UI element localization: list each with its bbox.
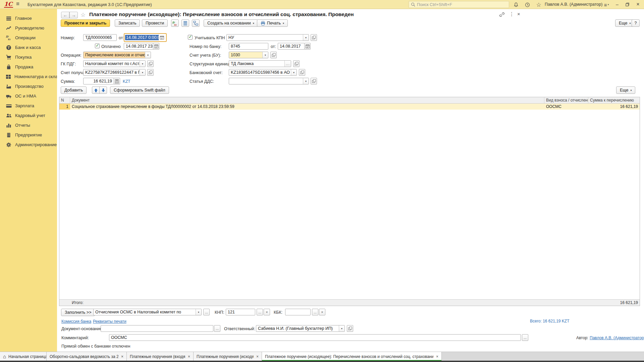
tab-close-icon[interactable]: × bbox=[256, 354, 259, 359]
tab-close-icon[interactable]: × bbox=[436, 354, 438, 359]
fill-button[interactable]: Заполнить >> bbox=[61, 309, 95, 316]
bank-account-field[interactable]: KZ18385147SD15987456 в АО ▾ bbox=[229, 69, 297, 76]
more-dots-icon[interactable]: ⋮ bbox=[509, 11, 514, 17]
paid-checkbox[interactable] bbox=[95, 44, 100, 48]
gk-pdg-field[interactable]: Налоговый комитет по г.Астана ▾ bbox=[83, 60, 146, 67]
nav-forward-button[interactable]: → bbox=[69, 12, 78, 18]
knp-ellipsis-button[interactable]: ... bbox=[257, 309, 263, 315]
sidebar-item-reports[interactable]: Отчеты bbox=[0, 120, 57, 130]
comment-field[interactable]: ООСМС bbox=[109, 334, 521, 341]
row-sum-cell[interactable]: 16 621,19 bbox=[588, 104, 640, 110]
kpn-field[interactable]: НУ ▾ bbox=[226, 34, 309, 41]
get-link-icon[interactable] bbox=[499, 12, 505, 17]
kpn-open-button[interactable] bbox=[311, 34, 317, 41]
structural-field[interactable]: ТД Лакомка ... bbox=[229, 60, 291, 67]
responsible-field[interactable]: Сабиева Н.И. (Главный бухгалтер ИП) ▾ bbox=[256, 325, 345, 332]
bank-number-field[interactable]: 8745 bbox=[229, 43, 268, 50]
kbk-field[interactable] bbox=[285, 309, 311, 315]
dropdown-icon[interactable]: ▾ bbox=[145, 52, 151, 58]
show-postings-dtkt-button[interactable]: ДтКт bbox=[171, 19, 179, 27]
tab-payment-order-document[interactable]: Платежное поручение (исходящее): Перечис… bbox=[262, 352, 442, 361]
knp-field[interactable]: 121 bbox=[226, 309, 255, 315]
main-menu-icon[interactable]: ≡ bbox=[16, 1, 19, 7]
close-document-icon[interactable]: × bbox=[517, 11, 520, 17]
sidebar-item-manager[interactable]: Руководителю bbox=[0, 23, 57, 33]
base-doc-field[interactable] bbox=[101, 325, 213, 332]
base-doc-ellipsis-button[interactable]: ... bbox=[214, 325, 220, 332]
account-open-button[interactable] bbox=[270, 52, 277, 58]
fill-ellipsis-button[interactable]: ... bbox=[203, 309, 210, 315]
number-field[interactable]: ТДЛ00000065 bbox=[83, 34, 117, 41]
sidebar-item-purchase[interactable]: Покупка bbox=[0, 52, 57, 62]
tab-payment-orders-incoming[interactable]: Платежные поручения (входящие) × bbox=[127, 352, 194, 361]
print-details-link[interactable]: Реквизиты печати bbox=[93, 319, 126, 324]
minimize-button[interactable]: – bbox=[613, 1, 621, 8]
sidebar-item-nomenclature[interactable]: Номенклатура и склад bbox=[0, 72, 57, 81]
dropdown-icon[interactable]: ▾ bbox=[303, 35, 309, 41]
date-value-selected[interactable]: 14.08.2017 0:00:00 bbox=[125, 35, 159, 40]
register-records-button[interactable] bbox=[181, 19, 189, 27]
col-transfer-sum[interactable]: Сумма к перечислению bbox=[588, 97, 640, 103]
history-clock-icon[interactable] bbox=[524, 1, 531, 8]
col-document[interactable]: Документ bbox=[70, 97, 544, 103]
post-button[interactable]: Провести bbox=[142, 19, 168, 27]
fill-template-field[interactable]: Отчисления ОСМС в Налоговый комитет по ▾ bbox=[93, 309, 202, 315]
tab-payment-orders-outgoing[interactable]: Платежные поручения (исходящие) × bbox=[194, 352, 262, 361]
row-type-cell[interactable]: ООСМС bbox=[544, 104, 588, 110]
dropdown-icon[interactable]: ▾ bbox=[303, 78, 309, 84]
move-down-button[interactable] bbox=[99, 86, 107, 94]
swift-file-button[interactable]: Сформировать Swift файл bbox=[110, 86, 169, 94]
amount-field[interactable]: 16 621,19 bbox=[83, 78, 114, 84]
sidebar-item-salary[interactable]: Зарплата bbox=[0, 101, 57, 111]
dds-open-button[interactable] bbox=[311, 78, 317, 84]
search-input[interactable] bbox=[417, 2, 507, 7]
calendar-icon[interactable] bbox=[153, 43, 159, 50]
account-field[interactable]: 1030 ▾ bbox=[229, 52, 268, 58]
add-row-button[interactable]: Добавить bbox=[61, 86, 87, 94]
ellipsis-icon[interactable]: ... bbox=[284, 61, 291, 67]
post-and-close-button[interactable]: Провести и закрыть bbox=[61, 19, 110, 27]
date-field-focused[interactable]: 14.08.2017 0:00:00 bbox=[124, 33, 167, 42]
sidebar-item-production[interactable]: Производство bbox=[0, 81, 57, 91]
structural-open-button[interactable] bbox=[293, 60, 300, 67]
create-on-base-button[interactable]: Создать на основании▾ bbox=[204, 19, 258, 27]
maximize-button[interactable] bbox=[623, 1, 631, 8]
1c-logo[interactable]: 1С bbox=[4, 1, 13, 8]
table-row[interactable]: 1 Социальное страхование перечисление в … bbox=[59, 104, 640, 110]
related-documents-button[interactable] bbox=[192, 19, 200, 27]
author-link[interactable]: Павлов А.В. (Администратор) bbox=[590, 336, 644, 340]
row-document-cell[interactable]: Социальное страхование перечисление в фо… bbox=[70, 104, 544, 110]
dropdown-icon[interactable]: ▾ bbox=[196, 309, 201, 315]
favorite-star-icon[interactable]: ☆ bbox=[80, 11, 86, 18]
bank-commission-link[interactable]: Комиссия банка bbox=[61, 319, 91, 324]
print-button[interactable]: Печать▾ bbox=[257, 19, 288, 27]
sidebar-item-operations[interactable]: ДтКт Операции bbox=[0, 33, 57, 43]
nav-back-button[interactable]: ← bbox=[61, 12, 69, 18]
kbk-clear-icon[interactable]: × bbox=[319, 309, 325, 315]
favorites-star-icon[interactable]: ☆ bbox=[535, 1, 542, 8]
kbk-ellipsis-button[interactable]: ... bbox=[312, 309, 318, 315]
current-user[interactable]: Павлов А.В. (Администратор) bbox=[545, 2, 602, 7]
sidebar-item-hr[interactable]: Кадровый учет bbox=[0, 111, 57, 120]
global-search[interactable] bbox=[409, 1, 509, 8]
dropdown-icon[interactable]: ▾ bbox=[262, 52, 268, 58]
recipient-field[interactable]: KZ27587KZT2669122447 в ГУ Наци ▾ bbox=[83, 69, 146, 76]
help-button[interactable]: ? bbox=[632, 19, 640, 27]
dropdown-icon[interactable]: ▾ bbox=[140, 61, 145, 67]
bank-date-field[interactable]: 14.08.2017 bbox=[278, 43, 305, 50]
dropdown-icon[interactable]: ▾ bbox=[339, 325, 344, 331]
tab-home[interactable]: ⌂ Начальная страница bbox=[0, 352, 47, 361]
consider-kpn-checkbox[interactable] bbox=[188, 35, 193, 40]
gk-pdg-open-button[interactable] bbox=[147, 60, 154, 67]
currency-link[interactable]: KZT bbox=[123, 79, 130, 84]
calculator-icon[interactable] bbox=[114, 78, 120, 84]
knp-clear-icon[interactable]: × bbox=[264, 309, 270, 315]
tab-turnover-balance-sheet[interactable]: Оборотно-сальдовая ведомость за 2017 г. … bbox=[47, 352, 127, 361]
calendar-icon[interactable] bbox=[304, 43, 311, 50]
paid-date-field[interactable]: 14.08.2017 23:59:59 bbox=[124, 43, 153, 50]
calendar-icon[interactable] bbox=[159, 35, 165, 41]
sidebar-item-fixed-assets[interactable]: ОС и НМА bbox=[0, 91, 57, 101]
dropdown-icon[interactable]: ▾ bbox=[140, 69, 145, 75]
service-menu-icon[interactable]: ≡▾ bbox=[602, 1, 611, 8]
row-number-cell[interactable]: 1 bbox=[59, 104, 70, 110]
